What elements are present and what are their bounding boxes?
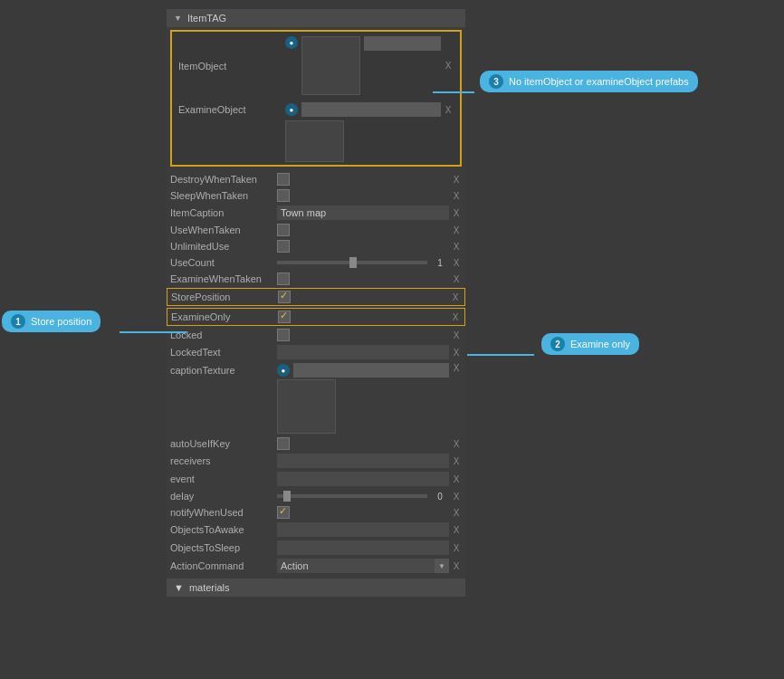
input-event[interactable]	[277, 472, 449, 486]
field-receivers: receivers X	[167, 452, 465, 470]
field-objectstoawake: ObjectsToAwake X	[167, 521, 465, 539]
collapse-arrow: ▼	[174, 14, 182, 23]
object-refs-group: ItemObject ● X ExamineObject ●	[170, 30, 462, 167]
delay-slider[interactable]	[277, 494, 427, 498]
usecount-value: 1	[431, 258, 449, 268]
notifywhenused-x[interactable]: X	[451, 508, 462, 518]
input-lockedtext[interactable]	[277, 345, 449, 359]
label-actioncommand: ActionCommand	[170, 560, 277, 571]
value-examinewhentaken	[277, 273, 449, 285]
value-captiontexture: ●	[277, 363, 449, 434]
callout-3-number: 3	[489, 74, 503, 89]
usecount-slider[interactable]	[277, 261, 427, 264]
examinewhentaken-x[interactable]: X	[451, 274, 462, 284]
dropdown-arrow[interactable]: ▼	[435, 559, 449, 573]
checkbox-locked[interactable]	[277, 329, 290, 341]
storeposition-x[interactable]: X	[450, 292, 461, 302]
destroywhentaken-x[interactable]: X	[451, 175, 462, 185]
event-x[interactable]: X	[451, 474, 462, 484]
captiontexture-x[interactable]: X	[451, 363, 462, 373]
value-usecount: 1	[277, 258, 449, 268]
locked-x[interactable]: X	[451, 330, 462, 340]
field-event: event X	[167, 470, 465, 488]
usewhentaken-x[interactable]: X	[451, 225, 462, 235]
label-autouseifkey: autoUseIfKey	[170, 438, 277, 449]
field-examineonly: ExamineOnly X	[167, 308, 465, 326]
sleepwhentaken-x[interactable]: X	[451, 191, 462, 201]
checkbox-autouseifkey[interactable]	[277, 437, 290, 450]
input-itemcaption[interactable]	[277, 206, 449, 220]
delay-value: 0	[431, 492, 449, 502]
examineobject-field[interactable]	[301, 102, 441, 117]
receivers-x[interactable]: X	[451, 456, 462, 466]
field-destroywhentaken: DestroyWhenTaken X	[167, 171, 465, 187]
checkbox-unlimiteduse[interactable]	[277, 240, 290, 253]
fields-container: DestroyWhenTaken X SleepWhenTaken X Item…	[167, 169, 465, 577]
autouseifkey-x[interactable]: X	[451, 439, 462, 449]
input-objectstoawake[interactable]	[277, 522, 449, 537]
checkbox-examinewhentaken[interactable]	[277, 273, 290, 285]
examineobject-x[interactable]: X	[443, 105, 454, 115]
label-destroywhentaken: DestroyWhenTaken	[170, 174, 277, 185]
value-receivers	[277, 454, 449, 468]
field-itemobject: ItemObject ● X	[175, 34, 457, 97]
value-locked	[277, 329, 449, 341]
field-examineobject: ExamineObject ● X	[175, 100, 457, 119]
captiontexture-field[interactable]	[293, 363, 449, 378]
value-itemcaption	[277, 206, 449, 220]
itemobject-thumb[interactable]	[301, 36, 360, 95]
actioncommand-x[interactable]: X	[451, 561, 462, 571]
captiontexture-thumb[interactable]	[277, 379, 336, 434]
field-unlimiteduse: UnlimitedUse X	[167, 238, 465, 254]
field-actioncommand: ActionCommand Action ▼ X	[167, 557, 465, 575]
callout-2-text: Examine only	[570, 339, 630, 349]
dropdown-actioncommand[interactable]: Action ▼	[277, 559, 449, 573]
value-examineonly	[278, 311, 448, 323]
lockedtext-x[interactable]: X	[451, 348, 462, 358]
value-actioncommand: Action ▼	[277, 559, 449, 573]
itemobject-x[interactable]: X	[443, 61, 454, 71]
examineobject-icon[interactable]: ●	[285, 103, 298, 116]
label-notifywhenused: notifyWhenUsed	[170, 507, 277, 518]
checkbox-sleepwhentaken[interactable]	[277, 189, 290, 202]
section-header-materials[interactable]: ▼ materials	[167, 579, 465, 597]
callout-3-line	[433, 89, 478, 96]
section-header-itemtag[interactable]: ▼ ItemTAG	[167, 9, 465, 27]
itemobject-icon[interactable]: ●	[285, 36, 298, 49]
label-itemcaption: ItemCaption	[170, 207, 277, 218]
value-objectstoawake	[277, 522, 449, 537]
checkbox-destroywhentaken[interactable]	[277, 173, 290, 186]
checkbox-examineonly[interactable]	[278, 311, 291, 323]
examineobject-thumb[interactable]	[285, 120, 344, 162]
delay-x[interactable]: X	[451, 492, 462, 502]
checkbox-notifywhenused[interactable]	[277, 506, 290, 519]
checkbox-storeposition[interactable]	[278, 291, 291, 303]
label-examinewhentaken: ExamineWhenTaken	[170, 273, 277, 284]
callout-3-text: No itemObject or examineObject prefabs	[509, 76, 689, 87]
value-lockedtext	[277, 345, 449, 359]
section-title: ItemTAG	[187, 13, 226, 24]
usecount-x[interactable]: X	[451, 258, 462, 268]
captiontexture-icon[interactable]: ●	[277, 364, 290, 377]
label-examineobject: ExamineObject	[178, 104, 285, 115]
inspector-panel: ▼ ItemTAG ItemObject ● X Exam	[167, 9, 465, 597]
dropdown-actioncommand-text: Action	[277, 560, 435, 571]
unlimiteduse-x[interactable]: X	[451, 242, 462, 252]
field-examinewhentaken: ExamineWhenTaken X	[167, 271, 465, 287]
itemcaption-x[interactable]: X	[451, 208, 462, 218]
checkbox-usewhentaken[interactable]	[277, 224, 290, 236]
input-objectstosleep[interactable]	[277, 540, 449, 555]
callout-1-text: Store position	[31, 316, 91, 327]
receivers-field[interactable]	[277, 454, 449, 468]
examineonly-x[interactable]: X	[450, 312, 461, 322]
field-captiontexture: captionTexture ● X	[167, 361, 465, 435]
callout-1-line	[120, 329, 192, 336]
value-unlimiteduse	[277, 240, 449, 253]
objectstosleep-x[interactable]: X	[451, 543, 462, 553]
objectstoawake-x[interactable]: X	[451, 525, 462, 535]
itemobject-field[interactable]	[364, 36, 441, 51]
field-objectstosleep: ObjectsToSleep X	[167, 539, 465, 557]
label-storeposition: StorePosition	[171, 292, 278, 302]
label-delay: delay	[170, 491, 277, 502]
delay-slider-container: 0	[277, 492, 449, 502]
